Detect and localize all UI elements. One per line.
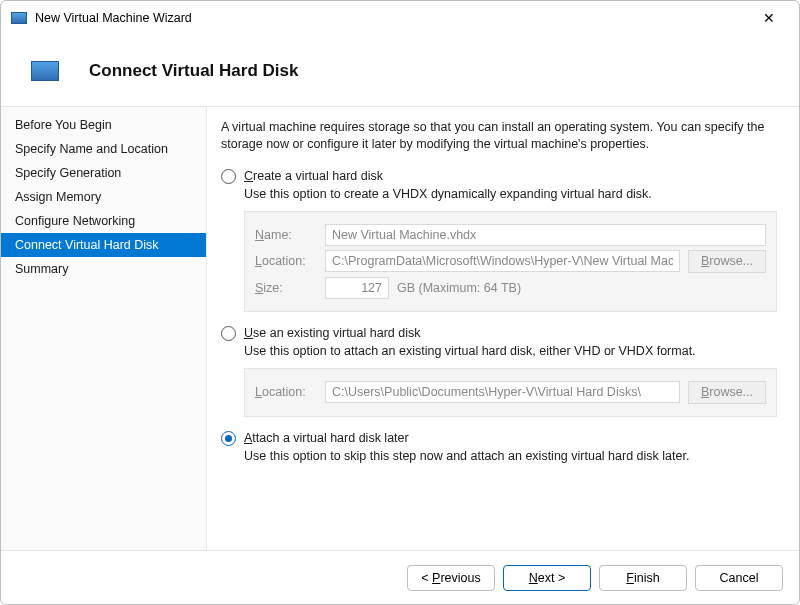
existing-location-input [325,381,680,403]
name-label: Name: [255,228,317,242]
wizard-steps-sidebar: Before You Begin Specify Name and Locati… [1,107,207,550]
step-before-you-begin[interactable]: Before You Begin [1,113,206,137]
option-create-vhd-head[interactable]: Create a virtual hard disk [221,169,777,184]
cancel-button[interactable]: Cancel [695,565,783,591]
option-existing-vhd: Use an existing virtual hard disk Use th… [221,326,777,417]
option-attach-later-desc: Use this option to skip this step now an… [244,449,777,463]
finish-button[interactable]: Finish [599,565,687,591]
option-create-vhd-desc: Use this option to create a VHDX dynamic… [244,187,777,201]
option-attach-later-head[interactable]: Attach a virtual hard disk later [221,431,777,446]
size-label: Size: [255,281,317,295]
footer: < Previous Next > Finish Cancel [1,550,799,604]
window-title: New Virtual Machine Wizard [35,11,749,25]
intro-text: A virtual machine requires storage so th… [221,119,777,153]
option-attach-later-label: Attach a virtual hard disk later [244,431,409,445]
option-existing-vhd-desc: Use this option to attach an existing vi… [244,344,777,358]
previous-button[interactable]: < Previous [407,565,495,591]
option-create-vhd-label: Create a virtual hard disk [244,169,383,183]
existing-location-label: Location: [255,385,317,399]
app-icon [11,12,27,24]
name-input [325,224,766,246]
option-attach-later: Attach a virtual hard disk later Use thi… [221,431,777,463]
size-unit: GB (Maximum: 64 TB) [397,281,521,295]
page-header: Connect Virtual Hard Disk [1,35,799,107]
size-input [325,277,389,299]
step-specify-name-location[interactable]: Specify Name and Location [1,137,206,161]
close-icon[interactable]: ✕ [749,10,789,26]
step-connect-vhd[interactable]: Connect Virtual Hard Disk [1,233,206,257]
create-vhd-panel: Name: Location: Browse... Size: GB (Maxi… [244,211,777,312]
location-input [325,250,680,272]
option-existing-vhd-head[interactable]: Use an existing virtual hard disk [221,326,777,341]
step-configure-networking[interactable]: Configure Networking [1,209,206,233]
radio-existing-vhd[interactable] [221,326,236,341]
titlebar: New Virtual Machine Wizard ✕ [1,1,799,35]
option-existing-vhd-label: Use an existing virtual hard disk [244,326,420,340]
radio-attach-later[interactable] [221,431,236,446]
wizard-body: Before You Begin Specify Name and Locati… [1,107,799,550]
page-title: Connect Virtual Hard Disk [89,61,298,81]
main-panel: A virtual machine requires storage so th… [207,107,799,550]
browse-existing-button: Browse... [688,381,766,404]
vm-icon [31,61,59,81]
location-label: Location: [255,254,317,268]
radio-create-vhd[interactable] [221,169,236,184]
step-assign-memory[interactable]: Assign Memory [1,185,206,209]
browse-create-button: Browse... [688,250,766,273]
option-create-vhd: Create a virtual hard disk Use this opti… [221,169,777,312]
existing-vhd-panel: Location: Browse... [244,368,777,417]
step-summary[interactable]: Summary [1,257,206,281]
next-button[interactable]: Next > [503,565,591,591]
wizard-window: New Virtual Machine Wizard ✕ Connect Vir… [0,0,800,605]
step-specify-generation[interactable]: Specify Generation [1,161,206,185]
